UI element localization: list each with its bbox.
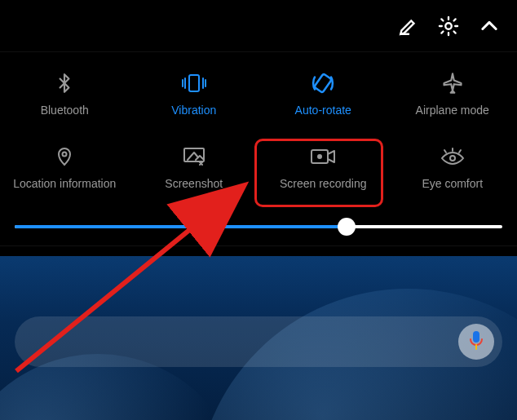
tile-label: Vibration [171, 104, 216, 117]
svg-point-6 [317, 154, 322, 159]
screenrecord-icon [309, 144, 337, 169]
tile-location[interactable]: Location information [0, 130, 130, 204]
brightness-thumb[interactable] [338, 218, 356, 236]
location-icon [55, 144, 74, 169]
screenshot-icon [182, 144, 206, 169]
tile-label: Screenshot [165, 177, 223, 190]
tile-label: Bluetooth [41, 104, 89, 117]
tile-label: Screen recording [280, 177, 367, 190]
tile-autorotate[interactable]: Auto-rotate [258, 57, 388, 130]
tile-label: Location information [13, 177, 116, 190]
svg-rect-8 [473, 331, 479, 343]
tile-label: Eye comfort [422, 177, 483, 190]
tile-vibration[interactable]: Vibration [130, 57, 259, 130]
bluetooth-icon [54, 71, 75, 95]
airplane-icon [441, 71, 464, 95]
mic-icon [468, 329, 484, 354]
svg-point-7 [450, 156, 455, 161]
brightness-fill [15, 225, 347, 228]
svg-point-0 [445, 23, 451, 29]
panel-top-actions [0, 0, 517, 52]
autorotate-icon [311, 71, 335, 95]
tile-eyecomfort[interactable]: Eye comfort [388, 130, 518, 204]
brightness-slider-row [0, 207, 517, 246]
tile-airplane[interactable]: Airplane mode [388, 57, 518, 130]
svg-rect-2 [314, 73, 332, 93]
gear-icon[interactable] [437, 15, 460, 38]
search-bar[interactable] [15, 316, 502, 367]
eye-icon [440, 144, 466, 169]
tile-label: Airplane mode [416, 104, 489, 117]
voice-search-button[interactable] [458, 324, 494, 360]
tile-label: Auto-rotate [295, 104, 351, 117]
svg-point-3 [63, 153, 67, 157]
chevron-up-icon[interactable] [478, 15, 501, 38]
brightness-slider[interactable] [15, 225, 502, 228]
edit-icon[interactable] [398, 15, 419, 37]
home-screen [0, 256, 517, 420]
quick-settings-grid: Bluetooth Vibration Auto-rotate Airplane… [0, 52, 517, 207]
svg-rect-1 [189, 75, 199, 91]
tile-bluetooth[interactable]: Bluetooth [0, 57, 130, 130]
vibration-icon [180, 71, 208, 95]
tile-screenshot[interactable]: Screenshot [130, 130, 259, 204]
tile-screenrecord[interactable]: Screen recording [258, 130, 388, 204]
